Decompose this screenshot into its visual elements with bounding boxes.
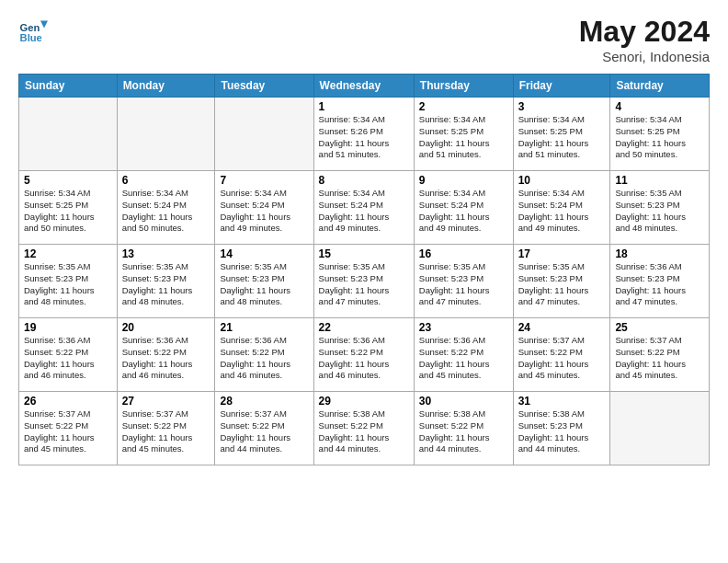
calendar-cell bbox=[610, 392, 710, 465]
cell-day-number: 21 bbox=[220, 321, 308, 334]
cell-day-number: 8 bbox=[319, 174, 409, 187]
page-header: Gen Blue May 2024 Senori, Indonesia bbox=[18, 15, 710, 64]
calendar-cell: 8Sunrise: 5:34 AM Sunset: 5:24 PM Daylig… bbox=[313, 171, 414, 245]
cell-day-number: 31 bbox=[518, 395, 606, 408]
cell-info: Sunrise: 5:34 AM Sunset: 5:24 PM Dayligh… bbox=[419, 188, 508, 235]
calendar-cell: 26Sunrise: 5:37 AM Sunset: 5:22 PM Dayli… bbox=[19, 392, 118, 465]
cell-day-number: 17 bbox=[518, 247, 606, 260]
cell-day-number: 16 bbox=[419, 247, 508, 260]
cell-info: Sunrise: 5:35 AM Sunset: 5:23 PM Dayligh… bbox=[615, 188, 704, 235]
day-header: Thursday bbox=[414, 75, 513, 98]
cell-info: Sunrise: 5:38 AM Sunset: 5:23 PM Dayligh… bbox=[518, 408, 606, 455]
calendar-cell: 16Sunrise: 5:35 AM Sunset: 5:23 PM Dayli… bbox=[414, 245, 513, 318]
cell-day-number: 30 bbox=[419, 395, 508, 408]
cell-info: Sunrise: 5:35 AM Sunset: 5:23 PM Dayligh… bbox=[24, 261, 112, 308]
calendar-cell: 2Sunrise: 5:34 AM Sunset: 5:25 PM Daylig… bbox=[414, 98, 513, 171]
calendar-cell: 13Sunrise: 5:35 AM Sunset: 5:23 PM Dayli… bbox=[117, 245, 215, 318]
cell-info: Sunrise: 5:34 AM Sunset: 5:25 PM Dayligh… bbox=[615, 114, 704, 161]
cell-info: Sunrise: 5:34 AM Sunset: 5:25 PM Dayligh… bbox=[24, 188, 112, 235]
calendar-cell: 28Sunrise: 5:37 AM Sunset: 5:22 PM Dayli… bbox=[215, 392, 313, 465]
calendar-cell: 18Sunrise: 5:36 AM Sunset: 5:23 PM Dayli… bbox=[610, 245, 710, 318]
page-title: May 2024 bbox=[579, 15, 710, 49]
calendar-cell: 12Sunrise: 5:35 AM Sunset: 5:23 PM Dayli… bbox=[19, 245, 118, 318]
cell-info: Sunrise: 5:35 AM Sunset: 5:23 PM Dayligh… bbox=[122, 261, 210, 308]
cell-day-number: 24 bbox=[518, 321, 606, 334]
calendar-cell: 15Sunrise: 5:35 AM Sunset: 5:23 PM Dayli… bbox=[313, 245, 414, 318]
cell-day-number: 18 bbox=[615, 247, 704, 260]
cell-day-number: 5 bbox=[24, 174, 112, 187]
cell-info: Sunrise: 5:37 AM Sunset: 5:22 PM Dayligh… bbox=[220, 408, 308, 455]
cell-day-number: 11 bbox=[615, 174, 704, 187]
cell-info: Sunrise: 5:36 AM Sunset: 5:22 PM Dayligh… bbox=[24, 335, 112, 382]
calendar-cell: 20Sunrise: 5:36 AM Sunset: 5:22 PM Dayli… bbox=[117, 318, 215, 392]
calendar-week-row: 26Sunrise: 5:37 AM Sunset: 5:22 PM Dayli… bbox=[19, 392, 710, 465]
calendar-table: SundayMondayTuesdayWednesdayThursdayFrid… bbox=[18, 74, 710, 465]
calendar-cell: 5Sunrise: 5:34 AM Sunset: 5:25 PM Daylig… bbox=[19, 171, 118, 245]
cell-day-number: 12 bbox=[24, 247, 112, 260]
calendar-cell: 7Sunrise: 5:34 AM Sunset: 5:24 PM Daylig… bbox=[215, 171, 313, 245]
calendar-cell: 9Sunrise: 5:34 AM Sunset: 5:24 PM Daylig… bbox=[414, 171, 513, 245]
cell-info: Sunrise: 5:34 AM Sunset: 5:24 PM Dayligh… bbox=[220, 188, 308, 235]
calendar-cell: 14Sunrise: 5:35 AM Sunset: 5:23 PM Dayli… bbox=[215, 245, 313, 318]
cell-day-number: 15 bbox=[319, 247, 409, 260]
calendar-cell: 21Sunrise: 5:36 AM Sunset: 5:22 PM Dayli… bbox=[215, 318, 313, 392]
calendar-cell: 19Sunrise: 5:36 AM Sunset: 5:22 PM Dayli… bbox=[19, 318, 118, 392]
cell-info: Sunrise: 5:37 AM Sunset: 5:22 PM Dayligh… bbox=[518, 335, 606, 382]
logo-icon: Gen Blue bbox=[18, 15, 48, 44]
cell-day-number: 7 bbox=[220, 174, 308, 187]
cell-day-number: 13 bbox=[122, 247, 210, 260]
cell-info: Sunrise: 5:34 AM Sunset: 5:24 PM Dayligh… bbox=[518, 188, 606, 235]
cell-info: Sunrise: 5:36 AM Sunset: 5:22 PM Dayligh… bbox=[220, 335, 308, 382]
cell-day-number: 25 bbox=[615, 321, 704, 334]
cell-info: Sunrise: 5:35 AM Sunset: 5:23 PM Dayligh… bbox=[419, 261, 508, 308]
cell-day-number: 22 bbox=[319, 321, 409, 334]
cell-day-number: 2 bbox=[419, 100, 508, 113]
cell-day-number: 28 bbox=[220, 395, 308, 408]
title-block: May 2024 Senori, Indonesia bbox=[579, 15, 710, 64]
cell-info: Sunrise: 5:35 AM Sunset: 5:23 PM Dayligh… bbox=[319, 261, 409, 308]
cell-info: Sunrise: 5:34 AM Sunset: 5:25 PM Dayligh… bbox=[518, 114, 606, 161]
calendar-cell: 17Sunrise: 5:35 AM Sunset: 5:23 PM Dayli… bbox=[513, 245, 610, 318]
calendar-cell: 30Sunrise: 5:38 AM Sunset: 5:22 PM Dayli… bbox=[414, 392, 513, 465]
cell-day-number: 23 bbox=[419, 321, 508, 334]
cell-info: Sunrise: 5:34 AM Sunset: 5:24 PM Dayligh… bbox=[319, 188, 409, 235]
cell-info: Sunrise: 5:34 AM Sunset: 5:25 PM Dayligh… bbox=[419, 114, 508, 161]
svg-text:Gen: Gen bbox=[20, 22, 40, 33]
calendar-header-row: SundayMondayTuesdayWednesdayThursdayFrid… bbox=[19, 75, 710, 98]
cell-day-number: 3 bbox=[518, 100, 606, 113]
calendar-cell: 25Sunrise: 5:37 AM Sunset: 5:22 PM Dayli… bbox=[610, 318, 710, 392]
calendar-cell: 24Sunrise: 5:37 AM Sunset: 5:22 PM Dayli… bbox=[513, 318, 610, 392]
calendar-cell: 4Sunrise: 5:34 AM Sunset: 5:25 PM Daylig… bbox=[610, 98, 710, 171]
day-header: Friday bbox=[513, 75, 610, 98]
calendar-cell: 29Sunrise: 5:38 AM Sunset: 5:22 PM Dayli… bbox=[313, 392, 414, 465]
cell-info: Sunrise: 5:34 AM Sunset: 5:24 PM Dayligh… bbox=[122, 188, 210, 235]
day-header: Sunday bbox=[19, 75, 118, 98]
cell-day-number: 9 bbox=[419, 174, 508, 187]
cell-info: Sunrise: 5:35 AM Sunset: 5:23 PM Dayligh… bbox=[518, 261, 606, 308]
calendar-cell bbox=[19, 98, 118, 171]
calendar-cell bbox=[117, 98, 215, 171]
day-header: Tuesday bbox=[215, 75, 313, 98]
calendar-week-row: 1Sunrise: 5:34 AM Sunset: 5:26 PM Daylig… bbox=[19, 98, 710, 171]
cell-day-number: 1 bbox=[319, 100, 409, 113]
cell-info: Sunrise: 5:38 AM Sunset: 5:22 PM Dayligh… bbox=[319, 408, 409, 455]
cell-day-number: 6 bbox=[122, 174, 210, 187]
cell-day-number: 20 bbox=[122, 321, 210, 334]
cell-day-number: 26 bbox=[24, 395, 112, 408]
calendar-week-row: 5Sunrise: 5:34 AM Sunset: 5:25 PM Daylig… bbox=[19, 171, 710, 245]
calendar-cell: 31Sunrise: 5:38 AM Sunset: 5:23 PM Dayli… bbox=[513, 392, 610, 465]
calendar-cell: 10Sunrise: 5:34 AM Sunset: 5:24 PM Dayli… bbox=[513, 171, 610, 245]
calendar-cell: 23Sunrise: 5:36 AM Sunset: 5:22 PM Dayli… bbox=[414, 318, 513, 392]
calendar-cell: 22Sunrise: 5:36 AM Sunset: 5:22 PM Dayli… bbox=[313, 318, 414, 392]
cell-info: Sunrise: 5:36 AM Sunset: 5:23 PM Dayligh… bbox=[615, 261, 704, 308]
calendar-cell: 11Sunrise: 5:35 AM Sunset: 5:23 PM Dayli… bbox=[610, 171, 710, 245]
cell-day-number: 29 bbox=[319, 395, 409, 408]
svg-marker-2 bbox=[40, 20, 48, 28]
cell-day-number: 10 bbox=[518, 174, 606, 187]
cell-info: Sunrise: 5:34 AM Sunset: 5:26 PM Dayligh… bbox=[319, 114, 409, 161]
cell-info: Sunrise: 5:36 AM Sunset: 5:22 PM Dayligh… bbox=[319, 335, 409, 382]
calendar-week-row: 19Sunrise: 5:36 AM Sunset: 5:22 PM Dayli… bbox=[19, 318, 710, 392]
calendar-cell bbox=[215, 98, 313, 171]
calendar-cell: 3Sunrise: 5:34 AM Sunset: 5:25 PM Daylig… bbox=[513, 98, 610, 171]
cell-day-number: 19 bbox=[24, 321, 112, 334]
